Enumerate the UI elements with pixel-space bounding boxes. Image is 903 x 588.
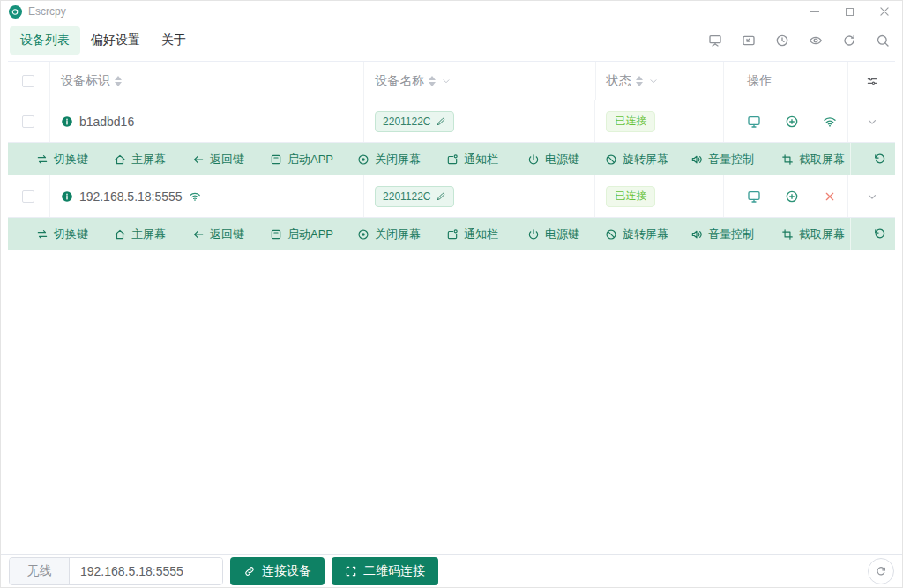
window-controls (796, 1, 902, 22)
controlbar-refresh-button[interactable] (873, 143, 886, 175)
app-title: Escrcpy (28, 5, 66, 18)
controlbar-item-back[interactable]: 返回键 (192, 218, 244, 250)
controlbar-label: 启动APP (287, 152, 333, 167)
controlbar-item-screen-off[interactable]: 关闭屏幕 (357, 143, 421, 175)
actions-cell (724, 100, 848, 142)
chevron-down-icon[interactable] (866, 190, 878, 203)
search-icon[interactable] (876, 33, 890, 48)
connect-device-button[interactable]: 连接设备 (230, 557, 325, 585)
refresh-ccw-icon (873, 227, 886, 241)
chevron-down-icon[interactable] (866, 115, 878, 128)
header-device-name-label: 设备名称 (375, 73, 424, 89)
sort-icon[interactable] (636, 76, 643, 86)
controlbar-label: 音量控制 (708, 152, 754, 167)
controlbar-item-notification[interactable]: 通知栏 (446, 218, 498, 250)
tab-device-list[interactable]: 设备列表 (10, 26, 80, 55)
controlbar-item-power[interactable]: 电源键 (527, 143, 579, 175)
filter-chevron-icon[interactable] (441, 76, 452, 86)
switch-icon (36, 153, 49, 166)
controlbar-item-back[interactable]: 返回键 (192, 143, 244, 175)
controlbar-item-rotate[interactable]: 旋转屏幕 (605, 143, 668, 175)
controlbar-item-volume[interactable]: 音量控制 (690, 143, 754, 175)
minimize-button[interactable] (796, 1, 832, 22)
device-table: 设备标识 设备名称 状态 操作 b1adbd16 (8, 61, 895, 554)
controlbar-item-notification[interactable]: 通知栏 (446, 143, 498, 175)
launch-app-icon (270, 153, 282, 166)
address-input[interactable] (70, 558, 222, 584)
row-checkbox[interactable] (22, 190, 34, 203)
controlbar-item-screen-off[interactable]: 关闭屏幕 (357, 218, 421, 250)
eye-preview-icon[interactable] (809, 33, 823, 48)
device-id-cell: 192.168.5.18:5555 (50, 175, 364, 217)
header-device-id[interactable]: 设备标识 (50, 62, 364, 100)
controlbar-item-volume[interactable]: 音量控制 (690, 218, 754, 250)
qr-connect-button[interactable]: 二维码连接 (332, 557, 438, 585)
controlbar-item-power[interactable]: 电源键 (527, 218, 579, 250)
sort-icon[interactable] (429, 76, 436, 86)
header-actions-label: 操作 (747, 73, 772, 89)
controlbar-item-switch[interactable]: 切换键 (36, 143, 88, 175)
controlbar-item-home[interactable]: 主屏幕 (114, 218, 166, 250)
volume-icon (690, 153, 703, 166)
controlbar-item-launch-app[interactable]: 启动APP (270, 143, 333, 175)
controlbar-item-launch-app[interactable]: 启动APP (270, 218, 333, 250)
controlbar-label: 音量控制 (708, 227, 754, 242)
controlbar-label: 返回键 (210, 227, 244, 242)
wifi-icon (189, 190, 201, 203)
controlbar-item-screenshot[interactable]: 截取屏幕 (781, 143, 845, 175)
header-checkbox-cell (8, 62, 50, 100)
controlbar-label: 切换键 (54, 227, 88, 242)
device-name-tag[interactable]: 2201122C (375, 186, 454, 207)
screenshot-icon (781, 153, 794, 166)
controlbar-label: 截取屏幕 (799, 227, 845, 242)
maximize-button[interactable] (832, 1, 867, 22)
select-all-checkbox[interactable] (22, 75, 34, 87)
mirror-screen-icon[interactable] (747, 115, 761, 129)
row-checkbox[interactable] (22, 115, 34, 128)
device-name-tag[interactable]: 2201122C (375, 111, 454, 132)
controlbar-refresh-button[interactable] (873, 218, 886, 250)
edit-icon[interactable] (436, 191, 446, 202)
wifi-connect-icon[interactable] (823, 115, 837, 129)
picture-in-picture-icon[interactable] (742, 33, 756, 48)
controlbar-label: 主屏幕 (131, 227, 166, 242)
link-icon (243, 565, 256, 577)
controlbar-item-home[interactable]: 主屏幕 (114, 143, 166, 175)
mirror-screen-icon[interactable] (747, 190, 761, 204)
tab-about[interactable]: 关于 (151, 26, 197, 55)
info-icon[interactable] (61, 190, 73, 203)
header-device-name[interactable]: 设备名称 (364, 62, 595, 100)
divider (850, 218, 851, 250)
minimize-icon (810, 11, 819, 12)
add-task-icon[interactable] (785, 190, 799, 204)
tab-preferences[interactable]: 偏好设置 (80, 26, 151, 55)
expand-cell (848, 100, 895, 142)
controlbar-label: 关闭屏幕 (375, 227, 421, 242)
header-column-settings[interactable] (848, 62, 895, 100)
filter-chevron-icon[interactable] (648, 76, 659, 86)
refresh-devices-button[interactable] (868, 558, 894, 584)
sort-icon[interactable] (115, 76, 122, 86)
launch-app-icon (270, 228, 282, 241)
history-clock-icon[interactable] (775, 33, 789, 48)
screen-mirror-icon[interactable] (708, 33, 722, 48)
tabbar: 设备列表 偏好设置 关于 (1, 22, 902, 59)
controlbar-item-screenshot[interactable]: 截取屏幕 (781, 218, 845, 250)
refresh-icon[interactable] (842, 33, 856, 48)
notification-icon (446, 228, 459, 241)
back-icon (192, 228, 205, 241)
connection-mode-select[interactable]: 无线 (10, 558, 70, 584)
footer-bar: 无线 连接设备 二维码连接 (1, 554, 902, 587)
disconnect-icon[interactable] (823, 190, 837, 204)
header-status[interactable]: 状态 (596, 62, 725, 100)
add-task-icon[interactable] (785, 115, 799, 129)
edit-icon[interactable] (436, 116, 446, 127)
info-icon[interactable] (61, 115, 73, 128)
controlbar-item-rotate[interactable]: 旋转屏幕 (605, 218, 668, 250)
close-button[interactable] (867, 1, 902, 22)
actions-cell (724, 175, 848, 217)
screen-off-icon (357, 228, 369, 241)
controlbar-item-switch[interactable]: 切换键 (36, 218, 88, 250)
controlbar-label: 启动APP (287, 227, 333, 242)
device-name-cell: 2201122C (364, 100, 595, 142)
